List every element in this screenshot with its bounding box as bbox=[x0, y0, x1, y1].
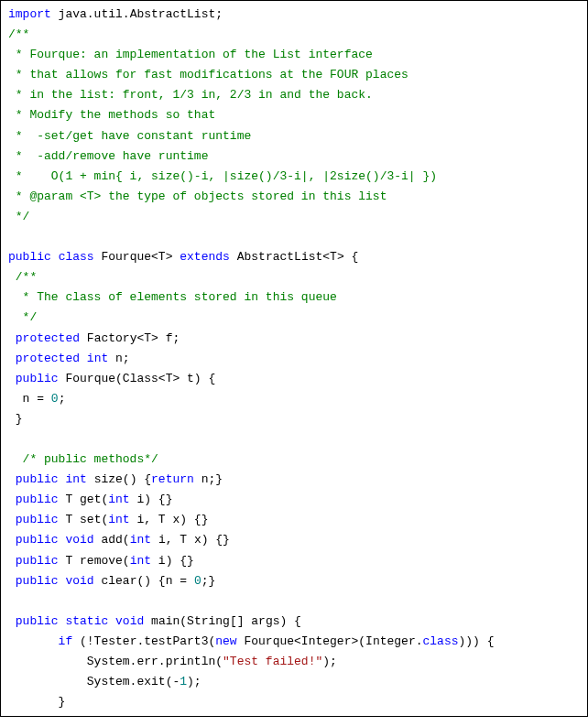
code-token bbox=[8, 352, 16, 365]
code-token bbox=[8, 533, 16, 547]
code-token: new bbox=[215, 634, 236, 648]
code-token: int bbox=[130, 554, 151, 568]
code-token: import bbox=[8, 7, 51, 21]
code-token: Fourque(Class<T> t) { bbox=[59, 372, 216, 385]
code-token: ; bbox=[59, 392, 66, 406]
code-token: * O(1 + min{ i, size()-i, |size()/3-i|, … bbox=[8, 169, 437, 183]
code-line: * -add/remove have runtime bbox=[8, 146, 580, 167]
code-line: n = 0; bbox=[8, 389, 580, 409]
code-token: "Test failed!" bbox=[223, 655, 322, 668]
code-token bbox=[8, 372, 16, 385]
code-line: public T set(int i, T x) {} bbox=[8, 510, 580, 530]
code-token: clear() {n = bbox=[94, 574, 194, 588]
code-line: * Modify the methods so that bbox=[8, 105, 580, 125]
code-token: 1 bbox=[180, 675, 187, 688]
code-line: * @param <T> the type of objects stored … bbox=[8, 187, 580, 207]
code-line: public void add(int i, T x) {} bbox=[8, 530, 580, 550]
code-token bbox=[8, 614, 16, 628]
code-token bbox=[8, 554, 16, 568]
code-token: /** bbox=[8, 270, 37, 284]
code-token: int bbox=[130, 533, 151, 547]
code-line: } bbox=[8, 409, 580, 429]
code-token: /* public methods*/ bbox=[8, 452, 158, 466]
code-token: java.util.AbstractList; bbox=[51, 7, 223, 21]
code-token: void bbox=[65, 574, 93, 588]
code-line: protected Factory<T> f; bbox=[8, 329, 580, 349]
code-line: public Fourque(Class<T> t) { bbox=[8, 369, 580, 389]
code-token: int bbox=[108, 493, 129, 506]
code-token: size() { bbox=[87, 472, 151, 486]
code-token: class bbox=[59, 250, 94, 264]
code-line: /** bbox=[8, 267, 580, 287]
code-token: * @param <T> the type of objects stored … bbox=[8, 190, 387, 203]
code-token: T remove( bbox=[59, 554, 130, 568]
code-token: * in the list: front, 1/3 in, 2/3 in and… bbox=[8, 88, 373, 102]
code-token: ;} bbox=[201, 574, 216, 588]
code-line: * The class of elements stored in this q… bbox=[8, 287, 580, 308]
code-line: public T remove(int i) {} bbox=[8, 551, 580, 571]
code-token: /** bbox=[8, 27, 29, 41]
code-token: public bbox=[16, 574, 59, 588]
code-token: add( bbox=[94, 533, 130, 547]
code-token: ))) { bbox=[459, 634, 495, 648]
code-token: int bbox=[87, 352, 108, 365]
code-token: Factory<T> f; bbox=[80, 331, 180, 345]
code-token bbox=[8, 634, 59, 648]
code-token: i) {} bbox=[130, 493, 173, 506]
code-token: public bbox=[16, 513, 59, 526]
code-token: public bbox=[8, 250, 51, 264]
code-line: public T get(int i) {} bbox=[8, 490, 580, 510]
code-token: System.err.println( bbox=[8, 655, 223, 668]
code-token: static bbox=[65, 614, 108, 628]
code-line: public class Fourque<T> extends Abstract… bbox=[8, 247, 580, 267]
code-token: void bbox=[65, 533, 93, 547]
code-token: ); bbox=[187, 675, 201, 688]
code-token: Fourque<T> bbox=[94, 250, 180, 264]
code-token: T get( bbox=[59, 493, 109, 506]
code-line: /** bbox=[8, 25, 580, 45]
code-line: * in the list: front, 1/3 in, 2/3 in and… bbox=[8, 85, 580, 105]
code-token: * Modify the methods so that bbox=[8, 108, 215, 122]
code-line: if (!Tester.testPart3(new Fourque<Intege… bbox=[8, 632, 580, 652]
code-token: System.exit(- bbox=[8, 675, 180, 688]
code-line: */ bbox=[8, 207, 580, 227]
code-token: return bbox=[151, 472, 194, 486]
code-token bbox=[8, 513, 16, 526]
code-token: n;} bbox=[194, 472, 223, 486]
code-token: class bbox=[423, 634, 459, 648]
code-line: * -set/get have constant runtime bbox=[8, 126, 580, 146]
code-token: public bbox=[16, 614, 59, 628]
code-token: public bbox=[16, 372, 59, 385]
code-token bbox=[80, 352, 87, 365]
code-token: int bbox=[65, 472, 86, 486]
code-line: * Fourque: an implementation of the List… bbox=[8, 45, 580, 65]
code-token: n = bbox=[8, 392, 51, 406]
code-token: public bbox=[16, 493, 59, 506]
code-token bbox=[8, 493, 16, 506]
code-line: System.err.println("Test failed!"); bbox=[8, 652, 580, 672]
code-line bbox=[8, 227, 580, 247]
code-token: AbstractList<T> { bbox=[230, 250, 358, 264]
code-token bbox=[8, 472, 16, 486]
code-token: */ bbox=[8, 310, 37, 324]
code-token: n; bbox=[108, 352, 129, 365]
code-token: ); bbox=[322, 655, 337, 668]
code-token: T set( bbox=[59, 513, 109, 526]
code-line bbox=[8, 591, 580, 612]
code-line: public static void main(String[] args) { bbox=[8, 612, 580, 632]
code-line: public void clear() {n = 0;} bbox=[8, 571, 580, 591]
code-token: */ bbox=[8, 210, 29, 223]
code-token: * -add/remove have runtime bbox=[8, 149, 208, 163]
code-line: protected int n; bbox=[8, 349, 580, 369]
code-token bbox=[51, 250, 59, 264]
code-token: 0 bbox=[51, 392, 59, 406]
code-token: public bbox=[16, 533, 59, 547]
code-token bbox=[8, 331, 16, 345]
code-token: i, T x) {} bbox=[151, 533, 230, 547]
code-line: System.exit(-1); bbox=[8, 672, 580, 692]
code-token: 0 bbox=[194, 574, 201, 588]
code-token: } bbox=[8, 412, 23, 426]
code-token: * that allows for fast modifications at … bbox=[8, 68, 408, 81]
code-line: * O(1 + min{ i, size()-i, |size()/3-i|, … bbox=[8, 167, 580, 187]
code-token: public bbox=[16, 554, 59, 568]
